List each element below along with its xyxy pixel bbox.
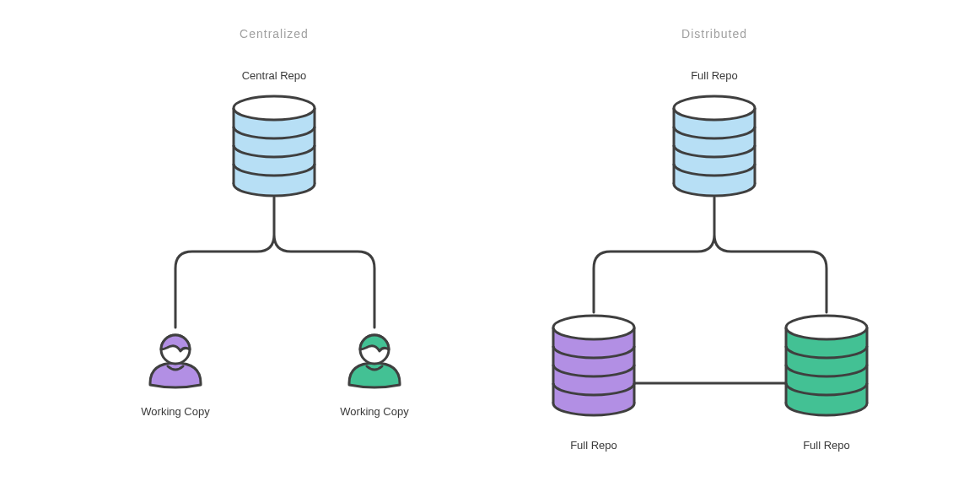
central-repo-icon	[234, 96, 315, 196]
full-repo-left-icon	[553, 316, 634, 415]
person-left-icon	[150, 335, 201, 387]
diagram-svg	[0, 0, 980, 487]
full-repo-right-icon	[786, 316, 867, 415]
distributed-group	[553, 96, 867, 415]
centralized-group	[150, 96, 400, 387]
full-repo-top-icon	[674, 96, 755, 196]
person-right-icon	[349, 335, 400, 387]
